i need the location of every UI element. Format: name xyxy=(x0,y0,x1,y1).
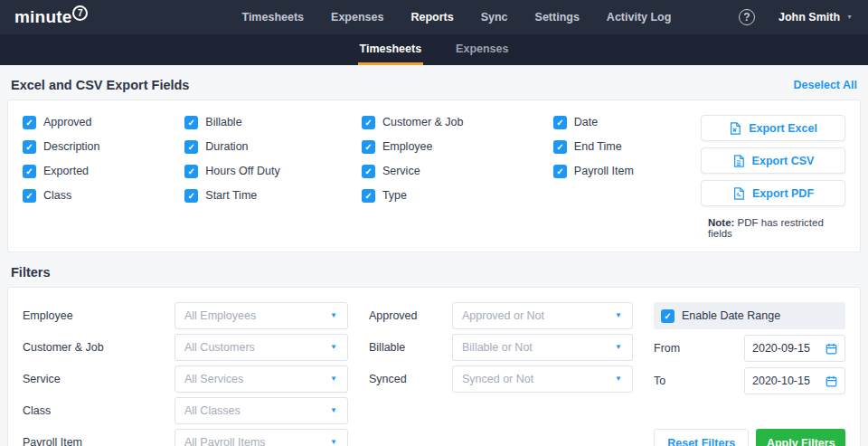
checkbox-date[interactable]: ✓ Date xyxy=(553,115,701,129)
logo-text: minute xyxy=(14,7,71,27)
checkbox-hours-off-duty[interactable]: ✓ Hours Off Duty xyxy=(184,164,354,178)
chevron-down-icon: ▼ xyxy=(615,311,622,319)
reset-filters-button[interactable]: Reset Filters xyxy=(654,429,749,446)
chevron-down-icon: ▼ xyxy=(330,406,337,414)
checkbox-type[interactable]: ✓ Type xyxy=(362,188,546,203)
filters-section-title: Filters xyxy=(11,265,51,280)
to-date-input[interactable]: 2020-10-15 xyxy=(744,367,845,394)
class-label: Class xyxy=(23,404,175,417)
checkbox-check-icon: ✓ xyxy=(184,189,198,203)
checkbox-label: Description xyxy=(43,140,100,153)
approved-label: Approved xyxy=(369,309,452,322)
employee-select-value: All Employees xyxy=(184,309,329,322)
checkbox-label: Hours Off Duty xyxy=(205,165,279,177)
subtab-expenses[interactable]: Expenses xyxy=(454,34,510,65)
service-label: Service xyxy=(23,373,175,385)
employee-select[interactable]: All Employees ▼ xyxy=(175,302,348,329)
enable-date-range-checkbox[interactable]: ✓ Enable Date Range xyxy=(654,302,845,329)
user-name: John Smith xyxy=(778,11,840,24)
checkbox-check-icon: ✓ xyxy=(362,165,375,178)
approved-select-value: Approved or Not xyxy=(462,309,614,322)
apply-filters-button[interactable]: Apply Filters xyxy=(756,429,845,446)
checkbox-approved[interactable]: ✓ Approved xyxy=(23,115,177,129)
checkbox-check-icon: ✓ xyxy=(553,165,567,178)
checkbox-label: Exported xyxy=(43,165,89,177)
checkbox-payroll-item[interactable]: ✓ Payroll Item xyxy=(553,164,701,178)
export-csv-button[interactable]: Export CSV xyxy=(701,147,845,174)
checkbox-label: Customer & Job xyxy=(382,116,464,128)
filter-row-synced: Synced Synced or Not ▼ xyxy=(369,365,633,392)
chevron-down-icon: ▼ xyxy=(615,375,622,383)
checkbox-label: End Time xyxy=(574,140,622,153)
note-label: Note: xyxy=(708,217,734,228)
help-icon[interactable]: ? xyxy=(739,9,755,25)
checkbox-service[interactable]: ✓ Service xyxy=(362,164,546,178)
checkbox-check-icon: ✓ xyxy=(184,116,198,129)
nav-item-expenses[interactable]: Expenses xyxy=(331,11,383,24)
checkbox-label: Approved xyxy=(43,116,92,128)
billable-label: Billable xyxy=(369,341,452,354)
chevron-down-icon: ▼ xyxy=(615,343,622,351)
export-section-title: Excel and CSV Export Fields xyxy=(11,78,189,92)
calendar-icon[interactable] xyxy=(826,343,837,355)
customer-job-select[interactable]: All Customers ▼ xyxy=(175,334,348,361)
nav-item-timesheets[interactable]: Timesheets xyxy=(241,11,304,24)
deselect-all-link[interactable]: Deselect All xyxy=(794,79,857,91)
filters-middle-col: Approved Approved or Not ▼ Billable Bill… xyxy=(369,302,633,446)
checkbox-class[interactable]: ✓ Class xyxy=(23,188,177,203)
checkbox-label: Billable xyxy=(205,116,241,128)
billable-select[interactable]: Billable or Not ▼ xyxy=(452,334,633,361)
employee-label: Employee xyxy=(23,309,175,322)
export-csv-label: Export CSV xyxy=(752,155,815,167)
checkbox-description[interactable]: ✓ Description xyxy=(23,139,177,154)
export-fields-col-1: ✓ Approved ✓ Description ✓ Exported ✓ Cl… xyxy=(23,115,177,203)
approved-select[interactable]: Approved or Not ▼ xyxy=(452,302,633,329)
checkbox-employee[interactable]: ✓ Employee xyxy=(362,139,546,154)
main-nav: Timesheets Expenses Reports Sync Setting… xyxy=(241,11,671,24)
nav-item-reports[interactable]: Reports xyxy=(410,11,453,24)
export-pdf-button[interactable]: Export PDF xyxy=(701,180,845,206)
filters-right-col: ✓ Enable Date Range From 2020-09-15 To 2… xyxy=(654,302,845,446)
nav-item-settings[interactable]: Settings xyxy=(535,11,580,24)
checkbox-end-time[interactable]: ✓ End Time xyxy=(553,139,701,154)
service-select-value: All Services xyxy=(184,373,329,385)
chevron-down-icon: ▼ xyxy=(330,343,337,351)
nav-item-sync[interactable]: Sync xyxy=(481,11,508,24)
to-label: To xyxy=(654,375,665,387)
checkbox-exported[interactable]: ✓ Exported xyxy=(23,164,177,178)
to-date-value: 2020-10-15 xyxy=(752,375,826,387)
top-navbar: minute 7 Timesheets Expenses Reports Syn… xyxy=(0,0,868,34)
checkbox-customer-job[interactable]: ✓ Customer & Job xyxy=(362,115,546,129)
synced-select[interactable]: Synced or Not ▼ xyxy=(452,365,633,393)
minute7-logo[interactable]: minute 7 xyxy=(14,7,88,27)
billable-select-value: Billable or Not xyxy=(462,341,614,354)
synced-label: Synced xyxy=(369,373,452,385)
calendar-icon[interactable] xyxy=(826,375,837,387)
logo-seven-icon: 7 xyxy=(72,5,88,21)
export-fields-card: ✓ Approved ✓ Description ✓ Exported ✓ Cl… xyxy=(7,100,861,252)
export-excel-button[interactable]: Export Excel xyxy=(701,115,845,141)
checkbox-check-icon: ✓ xyxy=(553,140,567,154)
from-date-input[interactable]: 2020-09-15 xyxy=(744,335,845,362)
checkbox-duration[interactable]: ✓ Duration xyxy=(184,139,354,154)
nav-item-activity-log[interactable]: Activity Log xyxy=(607,11,672,24)
payroll-item-select[interactable]: All Payroll Items ▼ xyxy=(175,429,348,446)
service-select[interactable]: All Services ▼ xyxy=(175,365,348,393)
checkbox-label: Service xyxy=(382,165,420,177)
filters-section-header: Filters xyxy=(0,252,868,287)
payroll-item-label: Payroll Item xyxy=(23,436,175,446)
checkbox-start-time[interactable]: ✓ Start Time xyxy=(184,188,354,203)
filter-row-service: Service All Services ▼ xyxy=(23,365,348,392)
checkbox-billable[interactable]: ✓ Billable xyxy=(184,115,354,129)
filter-buttons-row: Reset Filters Apply Filters xyxy=(654,429,845,446)
checkbox-label: Start Time xyxy=(205,189,257,202)
chevron-down-icon: ▼ xyxy=(330,311,337,319)
navbar-right: ? John Smith ▼ xyxy=(739,9,854,25)
class-select-value: All Classes xyxy=(184,404,329,417)
user-menu[interactable]: John Smith ▼ xyxy=(778,11,854,24)
subtab-timesheets[interactable]: Timesheets xyxy=(358,34,424,65)
class-select[interactable]: All Classes ▼ xyxy=(175,397,348,424)
export-excel-label: Export Excel xyxy=(749,122,817,135)
filter-row-approved: Approved Approved or Not ▼ xyxy=(369,302,633,328)
from-label: From xyxy=(654,342,680,355)
